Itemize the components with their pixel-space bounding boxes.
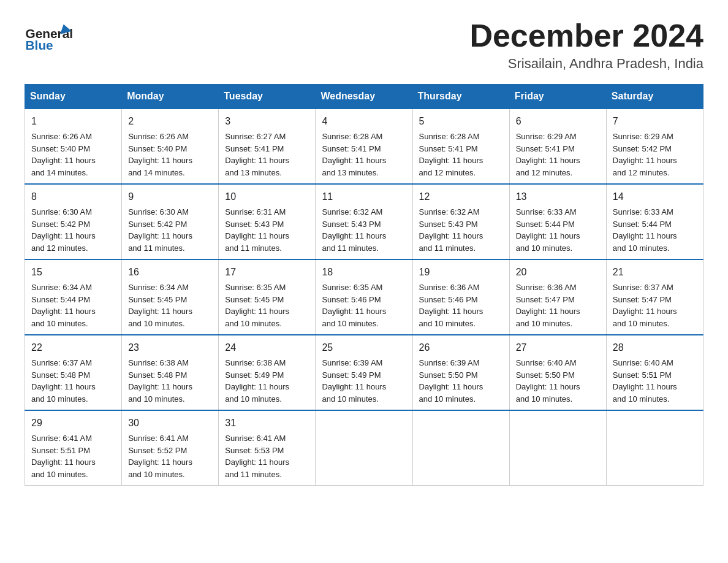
calendar-cell: 14Sunrise: 6:33 AMSunset: 5:44 PMDayligh… (606, 184, 703, 259)
day-number: 4 (322, 114, 406, 129)
calendar-cell: 30Sunrise: 6:41 AMSunset: 5:52 PMDayligh… (122, 410, 219, 486)
calendar-cell: 7Sunrise: 6:29 AMSunset: 5:42 PMDaylight… (606, 109, 703, 184)
day-info: Sunrise: 6:36 AMSunset: 5:47 PMDaylight:… (516, 282, 600, 329)
day-header-sunday: Sunday (25, 85, 122, 109)
day-info: Sunrise: 6:36 AMSunset: 5:46 PMDaylight:… (419, 282, 503, 329)
svg-text:Blue: Blue (26, 38, 53, 52)
day-number: 23 (128, 340, 212, 355)
calendar-cell: 1Sunrise: 6:26 AMSunset: 5:40 PMDaylight… (25, 109, 122, 184)
calendar-cell: 8Sunrise: 6:30 AMSunset: 5:42 PMDaylight… (25, 184, 122, 259)
calendar-cell: 20Sunrise: 6:36 AMSunset: 5:47 PMDayligh… (509, 259, 606, 335)
day-info: Sunrise: 6:37 AMSunset: 5:48 PMDaylight:… (31, 357, 115, 405)
calendar-cell: 15Sunrise: 6:34 AMSunset: 5:44 PMDayligh… (25, 259, 122, 335)
day-info: Sunrise: 6:26 AMSunset: 5:40 PMDaylight:… (31, 131, 115, 178)
calendar-week-4: 22Sunrise: 6:37 AMSunset: 5:48 PMDayligh… (25, 335, 703, 410)
calendar-cell: 3Sunrise: 6:27 AMSunset: 5:41 PMDaylight… (219, 109, 316, 184)
general-blue-logo: General Blue (25, 18, 74, 55)
calendar-week-3: 15Sunrise: 6:34 AMSunset: 5:44 PMDayligh… (25, 259, 703, 335)
calendar-cell (412, 410, 509, 486)
calendar-cell: 21Sunrise: 6:37 AMSunset: 5:47 PMDayligh… (606, 259, 703, 335)
day-info: Sunrise: 6:34 AMSunset: 5:45 PMDaylight:… (128, 282, 212, 329)
day-number: 21 (613, 265, 697, 280)
day-info: Sunrise: 6:28 AMSunset: 5:41 PMDaylight:… (419, 131, 503, 178)
month-title: December 2024 (469, 18, 703, 53)
day-number: 16 (128, 265, 212, 280)
day-number: 22 (31, 340, 115, 355)
day-info: Sunrise: 6:32 AMSunset: 5:43 PMDaylight:… (322, 206, 406, 254)
day-info: Sunrise: 6:41 AMSunset: 5:53 PMDaylight:… (225, 432, 309, 480)
location-title: Srisailain, Andhra Pradesh, India (469, 56, 703, 72)
day-header-friday: Friday (509, 85, 606, 109)
calendar-cell: 28Sunrise: 6:40 AMSunset: 5:51 PMDayligh… (606, 335, 703, 410)
day-number: 24 (225, 340, 309, 355)
logo-area: General Blue (25, 18, 74, 55)
day-info: Sunrise: 6:37 AMSunset: 5:47 PMDaylight:… (613, 282, 697, 329)
calendar-cell: 2Sunrise: 6:26 AMSunset: 5:40 PMDaylight… (122, 109, 219, 184)
calendar-cell: 12Sunrise: 6:32 AMSunset: 5:43 PMDayligh… (412, 184, 509, 259)
day-number: 26 (419, 340, 503, 355)
calendar-cell: 23Sunrise: 6:38 AMSunset: 5:48 PMDayligh… (122, 335, 219, 410)
day-info: Sunrise: 6:29 AMSunset: 5:41 PMDaylight:… (516, 131, 600, 178)
calendar-cell: 31Sunrise: 6:41 AMSunset: 5:53 PMDayligh… (219, 410, 316, 486)
day-info: Sunrise: 6:39 AMSunset: 5:50 PMDaylight:… (419, 357, 503, 405)
day-number: 29 (31, 416, 115, 431)
day-info: Sunrise: 6:27 AMSunset: 5:41 PMDaylight:… (225, 131, 309, 178)
day-number: 30 (128, 416, 212, 431)
calendar-cell: 4Sunrise: 6:28 AMSunset: 5:41 PMDaylight… (316, 109, 412, 184)
day-info: Sunrise: 6:41 AMSunset: 5:52 PMDaylight:… (128, 432, 212, 480)
day-header-thursday: Thursday (412, 85, 509, 109)
day-number: 31 (225, 416, 309, 431)
calendar-cell: 16Sunrise: 6:34 AMSunset: 5:45 PMDayligh… (122, 259, 219, 335)
calendar-week-2: 8Sunrise: 6:30 AMSunset: 5:42 PMDaylight… (25, 184, 703, 259)
calendar-cell: 17Sunrise: 6:35 AMSunset: 5:45 PMDayligh… (219, 259, 316, 335)
calendar-cell: 25Sunrise: 6:39 AMSunset: 5:49 PMDayligh… (316, 335, 412, 410)
calendar-cell: 24Sunrise: 6:38 AMSunset: 5:49 PMDayligh… (219, 335, 316, 410)
page-header: General Blue December 2024 Srisailain, A… (25, 18, 703, 72)
day-info: Sunrise: 6:33 AMSunset: 5:44 PMDaylight:… (516, 206, 600, 254)
day-number: 20 (516, 265, 600, 280)
calendar-week-5: 29Sunrise: 6:41 AMSunset: 5:51 PMDayligh… (25, 410, 703, 486)
calendar-cell: 6Sunrise: 6:29 AMSunset: 5:41 PMDaylight… (509, 109, 606, 184)
day-info: Sunrise: 6:33 AMSunset: 5:44 PMDaylight:… (613, 206, 697, 254)
day-number: 17 (225, 265, 309, 280)
calendar-cell: 19Sunrise: 6:36 AMSunset: 5:46 PMDayligh… (412, 259, 509, 335)
day-info: Sunrise: 6:40 AMSunset: 5:51 PMDaylight:… (613, 357, 697, 405)
day-number: 19 (419, 265, 503, 280)
calendar-table: SundayMondayTuesdayWednesdayThursdayFrid… (25, 84, 703, 486)
day-info: Sunrise: 6:29 AMSunset: 5:42 PMDaylight:… (613, 131, 697, 178)
day-info: Sunrise: 6:30 AMSunset: 5:42 PMDaylight:… (128, 206, 212, 254)
day-header-wednesday: Wednesday (316, 85, 412, 109)
calendar-cell: 9Sunrise: 6:30 AMSunset: 5:42 PMDaylight… (122, 184, 219, 259)
day-number: 13 (516, 190, 600, 204)
day-number: 7 (613, 114, 697, 129)
calendar-cell: 18Sunrise: 6:35 AMSunset: 5:46 PMDayligh… (316, 259, 412, 335)
logo-container: General Blue (25, 18, 74, 55)
day-info: Sunrise: 6:35 AMSunset: 5:45 PMDaylight:… (225, 282, 309, 329)
calendar-cell: 5Sunrise: 6:28 AMSunset: 5:41 PMDaylight… (412, 109, 509, 184)
day-number: 6 (516, 114, 600, 129)
day-number: 18 (322, 265, 406, 280)
day-number: 2 (128, 114, 212, 129)
calendar-cell: 26Sunrise: 6:39 AMSunset: 5:50 PMDayligh… (412, 335, 509, 410)
day-header-tuesday: Tuesday (219, 85, 316, 109)
day-number: 12 (419, 190, 503, 204)
calendar-week-1: 1Sunrise: 6:26 AMSunset: 5:40 PMDaylight… (25, 109, 703, 184)
title-area: December 2024 Srisailain, Andhra Pradesh… (469, 18, 703, 72)
day-number: 25 (322, 340, 406, 355)
calendar-cell (606, 410, 703, 486)
day-info: Sunrise: 6:28 AMSunset: 5:41 PMDaylight:… (322, 131, 406, 178)
calendar-header-row: SundayMondayTuesdayWednesdayThursdayFrid… (25, 85, 703, 109)
day-number: 15 (31, 265, 115, 280)
day-info: Sunrise: 6:34 AMSunset: 5:44 PMDaylight:… (31, 282, 115, 329)
calendar-cell: 29Sunrise: 6:41 AMSunset: 5:51 PMDayligh… (25, 410, 122, 486)
calendar-cell: 27Sunrise: 6:40 AMSunset: 5:50 PMDayligh… (509, 335, 606, 410)
calendar-cell: 22Sunrise: 6:37 AMSunset: 5:48 PMDayligh… (25, 335, 122, 410)
day-info: Sunrise: 6:35 AMSunset: 5:46 PMDaylight:… (322, 282, 406, 329)
day-number: 3 (225, 114, 309, 129)
day-number: 14 (613, 190, 697, 204)
day-header-saturday: Saturday (606, 85, 703, 109)
calendar-cell: 10Sunrise: 6:31 AMSunset: 5:43 PMDayligh… (219, 184, 316, 259)
day-info: Sunrise: 6:38 AMSunset: 5:48 PMDaylight:… (128, 357, 212, 405)
day-info: Sunrise: 6:26 AMSunset: 5:40 PMDaylight:… (128, 131, 212, 178)
day-number: 5 (419, 114, 503, 129)
